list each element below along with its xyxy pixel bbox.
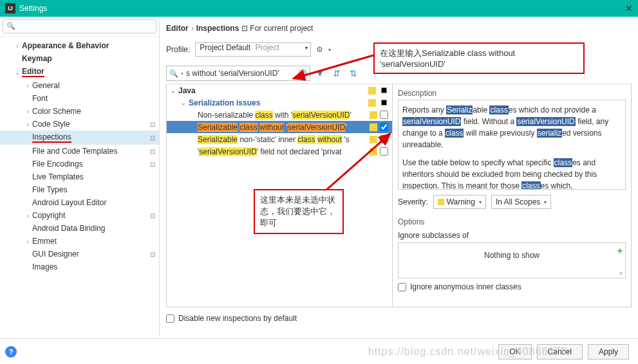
breadcrumb-a: Editor [166, 24, 189, 33]
window-title: Settings [19, 4, 625, 13]
filter-input[interactable] [186, 67, 296, 80]
disable-new-checkbox[interactable] [166, 314, 174, 323]
svg-line-1 [326, 134, 390, 190]
desc-box: Reports any Serializable classes which d… [398, 100, 626, 190]
sidebar-item-android-layout-editor[interactable]: Android Layout Editor [0, 196, 159, 209]
sidebar-item-general[interactable]: ›General [0, 79, 159, 92]
sidebar: 🔍 ›Appearance & BehaviorKeymap⌄Editor›Ge… [0, 17, 160, 337]
ignore-anon-checkbox[interactable] [398, 283, 406, 291]
sidebar-item-copyright[interactable]: ›Copyright⊡ [0, 209, 159, 222]
app-icon: IJ [5, 3, 15, 14]
help-icon[interactable]: ? [5, 346, 17, 358]
settings-tree: ›Appearance & BehaviorKeymap⌄Editor›Gene… [0, 37, 159, 337]
sidebar-item-code-style[interactable]: ›Code Style⊡ [0, 118, 159, 131]
sidebar-item-gui-designer[interactable]: GUI Designer⊡ [0, 248, 159, 260]
close-icon[interactable]: ✕ [625, 3, 633, 14]
disable-new-row: Disable new inspections by default [166, 311, 632, 325]
sidebar-item-emmet[interactable]: ›Emmet [0, 235, 159, 248]
sidebar-item-images[interactable]: Images [0, 260, 159, 273]
sidebar-item-file-encodings[interactable]: File Encodings⊡ [0, 158, 159, 170]
titlebar: IJ Settings ✕ [0, 0, 638, 17]
profile-label: Profile: [166, 45, 190, 54]
options-title: Options [398, 215, 626, 228]
ignore-subclasses-label: Ignore subclasses of [398, 231, 626, 240]
svg-line-0 [294, 55, 373, 78]
breadcrumb-scope: ⊡For current project [241, 24, 313, 33]
ignore-list[interactable]: Nothing to show + » [398, 242, 626, 278]
desc-title: Description [398, 87, 626, 100]
sidebar-item-appearance-behavior[interactable]: ›Appearance & Behavior [0, 39, 159, 52]
search-icon: 🔍 [6, 22, 15, 30]
ignore-anon-row: Ignore anonymous inner classes [398, 282, 626, 291]
severity-label: Severity: [398, 197, 428, 206]
more-icon[interactable]: » [619, 269, 623, 277]
severity-row: Severity: Warning▾ In All Scopes▾ [398, 195, 626, 209]
inspection-detail: Description Reports any Serializable cla… [393, 84, 632, 307]
sidebar-item-color-scheme[interactable]: ›Color Scheme [0, 105, 159, 118]
sidebar-search-wrap: 🔍 [0, 17, 159, 37]
sidebar-item-file-and-code-templates[interactable]: File and Code Templates⊡ [0, 145, 159, 158]
sidebar-item-android-data-binding[interactable]: Android Data Binding [0, 222, 159, 235]
insp-row[interactable]: Non-serializable class with 'serialVersi… [167, 109, 392, 121]
sidebar-search-input[interactable] [3, 19, 156, 33]
sidebar-item-live-templates[interactable]: Live Templates [0, 170, 159, 183]
add-icon[interactable]: + [617, 246, 623, 256]
scope-dropdown[interactable]: In All Scopes▾ [491, 195, 551, 209]
sidebar-item-font[interactable]: Font [0, 92, 159, 105]
insp-group[interactable]: ⌄Serialization issues [167, 96, 392, 109]
watermark: https://blog.csdn.net/weixin_40866179 [368, 346, 567, 358]
apply-button[interactable]: Apply [588, 344, 629, 359]
sidebar-item-inspections[interactable]: Inspections⊡ [0, 131, 159, 145]
breadcrumb-b: Inspections [196, 24, 239, 33]
sidebar-item-file-types[interactable]: File Types [0, 183, 159, 196]
breadcrumb: Editor › Inspections ⊡For current projec… [166, 21, 632, 36]
annotation-2: 这里本来是未选中状态，我们要选中它，即可 [254, 189, 344, 234]
sidebar-item-editor[interactable]: ⌄Editor [0, 65, 159, 79]
sidebar-item-keymap[interactable]: Keymap [0, 52, 159, 65]
severity-dropdown[interactable]: Warning▾ [433, 195, 486, 209]
search-icon: 🔍 [169, 69, 178, 78]
annotation-1: 在这里输入Serializable class without 'serialV… [373, 42, 585, 74]
insp-checkbox[interactable] [380, 111, 388, 119]
chevron-down-icon[interactable]: ▾ [181, 71, 183, 77]
chevron-right-icon: › [191, 24, 194, 33]
